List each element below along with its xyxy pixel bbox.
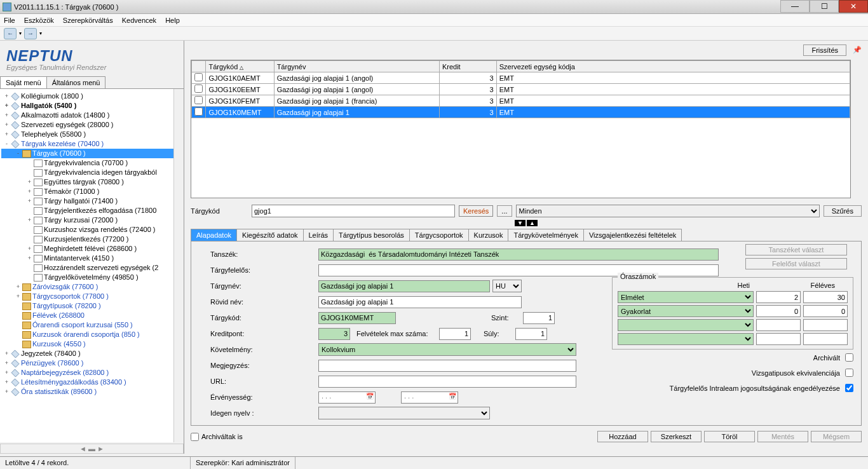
felelos-input[interactable] (318, 264, 719, 276)
erv-to-input[interactable]: . . . (401, 391, 458, 404)
menu-file[interactable]: File (4, 17, 15, 24)
tree-item[interactable]: Félévek (268800 (1, 311, 182, 320)
erv-from-input[interactable]: . . . (318, 391, 376, 404)
archivalt-checkbox[interactable] (845, 353, 853, 362)
ora-heti-input[interactable] (756, 305, 801, 317)
minimize-button[interactable]: — (780, 0, 810, 13)
tree-item[interactable]: +Együttes tárgyak (70800 ) (1, 177, 182, 187)
ora-heti-input[interactable] (756, 291, 801, 303)
grid-header[interactable] (192, 61, 206, 72)
row-checkbox[interactable] (194, 73, 203, 81)
nev-lang-select[interactable]: HU (492, 280, 522, 292)
vizsgatip-checkbox[interactable] (845, 369, 853, 377)
row-checkbox[interactable] (194, 107, 203, 116)
choose-tanszek-button[interactable]: Tanszéket választ (745, 244, 847, 255)
ora-feleves-input[interactable] (803, 319, 848, 331)
intraleam-checkbox[interactable] (845, 384, 853, 392)
detail-tab[interactable]: Leírás (303, 229, 334, 241)
nev-input[interactable] (318, 280, 490, 292)
tree-item[interactable]: Tárgyelőkövetelmény (49850 ) (1, 273, 182, 282)
refresh-button[interactable]: Frissítés (803, 44, 846, 56)
save-button[interactable]: Mentés (757, 431, 808, 442)
tree-item[interactable]: +Tárgycsoportok (77800 ) (1, 292, 182, 301)
detail-tab[interactable]: Alapadatok (191, 229, 237, 241)
ora-feleves-input[interactable] (803, 291, 848, 303)
tree-item[interactable]: Kurzushoz vizsga rendelés (72400 ) (1, 225, 182, 234)
url-input[interactable] (318, 376, 576, 388)
tree-view[interactable]: +Kollégiumok (1800 )+Hallgatók (5400 )+A… (0, 89, 184, 442)
nav-back-button[interactable]: ← (4, 28, 17, 39)
tree-item[interactable]: +Naptárbejegyzések (82800 ) (1, 368, 182, 377)
tree-item[interactable]: +Mintatantervek (4150 ) (1, 254, 182, 263)
tree-item[interactable]: +Témakör (71000 ) (1, 187, 182, 196)
filter-select[interactable]: Minden (516, 205, 820, 217)
tree-item[interactable]: +Alkalmazotti adatok (14800 ) (1, 111, 182, 120)
ora-type-select[interactable]: Gyakorlat (618, 305, 754, 317)
detail-tab[interactable]: Tárgytípus besorolás (333, 229, 410, 241)
felvmax-input[interactable] (439, 328, 471, 340)
splitter[interactable]: ▼▲ (191, 220, 862, 226)
table-row[interactable]: GJOG1K0MEMTGazdasági jog alapjai 13EMT (192, 107, 850, 118)
tree-item[interactable]: Tárgytípusok (78200 ) (1, 301, 182, 311)
kredit-input[interactable] (318, 328, 350, 340)
row-checkbox[interactable] (194, 96, 203, 104)
nav-forward-button[interactable]: → (24, 28, 37, 39)
tree-item[interactable]: +Szervezeti egységek (28000 ) (1, 120, 182, 130)
tree-item[interactable]: Órarendi csoport kurzusai (550 ) (1, 320, 182, 330)
tree-scrollbar[interactable] (173, 89, 184, 442)
kod-input[interactable] (318, 312, 396, 324)
table-row[interactable]: GJOG1K0AEMTGazdasági jog alapjai 1 (ango… (192, 72, 850, 84)
search-input[interactable] (252, 205, 455, 217)
grid-header[interactable]: Tárgykód △ (206, 61, 274, 72)
suly-input[interactable] (515, 328, 547, 340)
detail-tab[interactable]: Kurzusok (468, 229, 509, 241)
ora-feleves-input[interactable] (803, 305, 848, 317)
table-row[interactable]: GJOG1K0FEMTGazdasági jog alapjai 1 (fran… (192, 95, 850, 107)
menu-fav[interactable]: Kedvencek (122, 17, 156, 24)
tree-item[interactable]: +Kollégiumok (1800 ) (1, 92, 182, 101)
row-checkbox[interactable] (194, 85, 203, 93)
menu-role[interactable]: Szerepkörváltás (63, 17, 113, 24)
ora-feleves-input[interactable] (803, 333, 848, 345)
tree-item[interactable]: -Tárgyak kezelése (70400 ) (1, 139, 182, 149)
search-button[interactable]: Keresés (459, 205, 493, 217)
table-row[interactable]: GJOG1K0EEMTGazdasági jog alapjai 1 (ango… (192, 84, 850, 95)
tree-item[interactable]: +Meghirdetett félévei (268600 ) (1, 244, 182, 254)
tree-item[interactable]: +Létesítménygazdálkodás (83400 ) (1, 377, 182, 387)
idegen-select[interactable] (318, 407, 490, 419)
close-button[interactable]: ✕ (839, 0, 868, 13)
ora-type-select[interactable] (618, 333, 754, 345)
detail-tab[interactable]: Vizsgajelentkezési feltételek (583, 229, 682, 241)
tree-item[interactable]: +Tárgy hallgatói (71400 ) (1, 196, 182, 206)
edit-button[interactable]: Szerkeszt (651, 431, 702, 442)
sidebar-tab-general[interactable]: Általános menü (46, 76, 106, 88)
tanszek-input[interactable] (318, 248, 719, 261)
grid-header[interactable]: Szervezeti egység kódja (496, 61, 850, 72)
sidebar-tab-own[interactable]: Saját menü (0, 76, 47, 88)
tree-item[interactable]: Kurzusjelentkezés (77200 ) (1, 234, 182, 244)
tree-item[interactable]: +Pénzügyek (78600 ) (1, 358, 182, 368)
menu-help[interactable]: Help (165, 17, 180, 24)
tree-item[interactable]: +Tárgy kurzusai (72000 ) (1, 215, 182, 225)
tree-item[interactable]: +Óra statisztikák (89600 ) (1, 387, 182, 397)
tree-item[interactable]: +Jegyzetek (78400 ) (1, 349, 182, 358)
sidebar-hscroll[interactable]: ◄ ▬ ► (0, 444, 184, 454)
grid-header[interactable]: Tárgynév (274, 61, 439, 72)
ora-type-select[interactable] (618, 319, 754, 331)
tree-item[interactable]: Kurzusok (4550 ) (1, 339, 182, 349)
tree-item[interactable]: Tárgyekvivalencia (70700 ) (1, 158, 182, 168)
detail-tab[interactable]: Tárgykövetelmények (508, 229, 584, 241)
tree-item[interactable]: +Hallgatók (5400 ) (1, 101, 182, 111)
szint-input[interactable] (523, 312, 555, 324)
tree-item[interactable]: -Tárgyak (70600 ) (1, 149, 182, 158)
grid-header[interactable]: Kredit (439, 61, 496, 72)
tree-item[interactable]: +Záróvizsgák (77600 ) (1, 282, 182, 292)
megj-input[interactable] (318, 360, 576, 372)
rovid-input[interactable] (318, 296, 522, 308)
data-grid[interactable]: Tárgykód △TárgynévKreditSzervezeti egysé… (191, 60, 851, 198)
tree-item[interactable]: +Telephelyek (55800 ) (1, 130, 182, 139)
add-button[interactable]: Hozzáad (597, 431, 648, 442)
menu-tools[interactable]: Eszközök (24, 17, 54, 24)
tree-item[interactable]: Tárgyjelentkezés elfogadása (71800 (1, 206, 182, 215)
ellipsis-button[interactable]: ... (497, 205, 512, 217)
